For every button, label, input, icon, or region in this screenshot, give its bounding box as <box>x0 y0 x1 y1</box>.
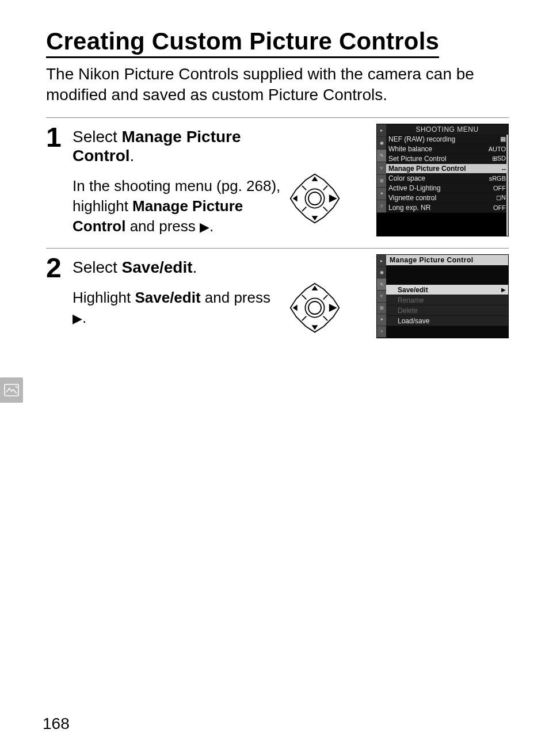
step-2-title: Select Save/edit. <box>73 258 285 277</box>
shooting-menu-screenshot: ▸ ◉ ✎ Y ⊞ ✦ ? SHOOTING MENU NEF (RAW) re… <box>376 124 509 236</box>
menu-row: NEF (RAW) recording▦ <box>386 135 508 144</box>
step-number: 2 <box>46 254 73 282</box>
multi-selector-icon <box>283 254 346 338</box>
divider <box>46 117 509 118</box>
menu-row: Set Picture Control⊞SD <box>386 154 508 164</box>
right-arrow-icon: ▶ <box>73 311 82 326</box>
step-1: 1 Select Manage Picture Control. In the … <box>46 124 509 236</box>
multi-selector-icon <box>283 124 346 236</box>
menu-option: Rename <box>386 295 508 306</box>
manage-picture-control-screenshot: ▸ ◉ ✎ Y ⊞ ✦ ? Manage Picture Control Sav… <box>376 254 509 338</box>
page-title: Creating Custom Picture Controls <box>46 28 439 58</box>
divider <box>46 248 509 249</box>
menu-row: White balanceAUTO <box>386 144 508 154</box>
menu-row: Color spacesRGB <box>386 174 508 184</box>
menu-row: Manage Picture Control-- <box>386 164 508 174</box>
step-1-title: Select Manage Picture Control. <box>73 127 285 166</box>
step-2-desc: Highlight Save/edit and press ▶. <box>73 288 285 328</box>
manual-page: Creating Custom Picture Controls The Nik… <box>0 0 549 756</box>
menu-row: Long exp. NROFF <box>386 203 508 213</box>
section-tab-icon <box>0 377 23 403</box>
menu-row: Active D-LightingOFF <box>386 184 508 193</box>
menu-row: Vignette control◻N <box>386 193 508 203</box>
step-1-desc: In the shooting menu (pg. 268), highligh… <box>73 176 285 236</box>
page-number: 168 <box>43 715 70 733</box>
step-number: 1 <box>46 124 73 151</box>
right-arrow-icon: ▶ <box>200 220 209 234</box>
menu-option: Load/save <box>386 316 508 326</box>
step-2: 2 Select Save/edit. Highlight Save/edit … <box>46 254 509 338</box>
svg-rect-22 <box>5 384 18 396</box>
intro-text: The Nikon Picture Controls supplied with… <box>46 64 495 106</box>
lcd2-title: Manage Picture Control <box>386 255 508 265</box>
lcd1-title: SHOOTING MENU <box>386 124 508 135</box>
menu-option: Delete <box>386 306 508 316</box>
menu-option: Save/edit <box>386 285 508 295</box>
